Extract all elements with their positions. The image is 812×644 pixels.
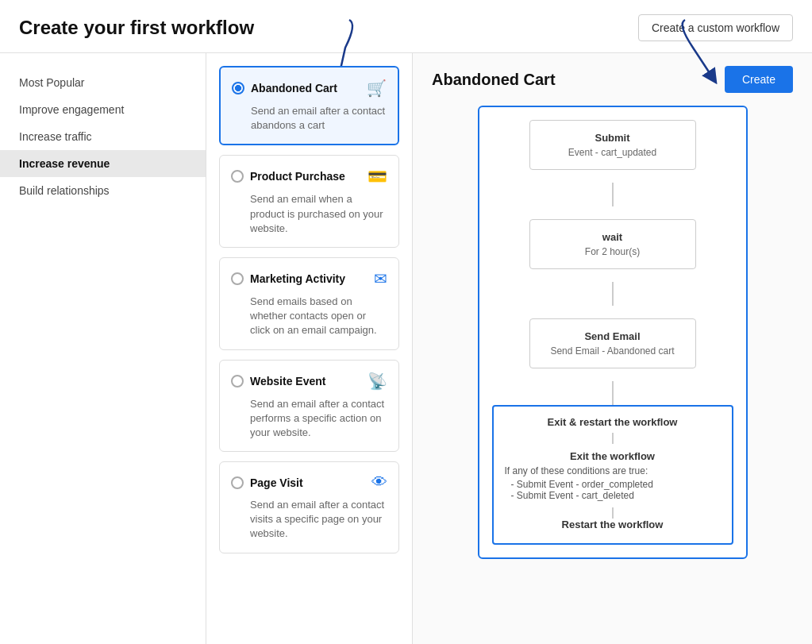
workflow-card-title-row-product-purchase: Product Purchase — [231, 170, 345, 183]
create-button[interactable]: Create — [725, 66, 793, 93]
exit-condition-1: - Submit Event - cart_deleted — [505, 490, 721, 501]
sidebar-item-increase-traffic[interactable]: Increase traffic — [0, 123, 206, 150]
workflow-card-page-visit[interactable]: Page Visit👁Send an email after a contact… — [219, 461, 399, 553]
sidebar: Most PopularImprove engagementIncrease t… — [0, 53, 206, 644]
page-header: Create your first workflow Create a cust… — [0, 0, 812, 53]
sidebar-item-most-popular[interactable]: Most Popular — [0, 69, 206, 96]
exit-workflow-title: Exit the workflow — [505, 450, 721, 462]
diagram-node-2: Send EmailSend Email - Abandoned cart — [529, 318, 696, 368]
node-title-0: Submit — [538, 132, 687, 144]
preview-title: Abandoned Cart — [432, 71, 556, 89]
workflow-diagram: SubmitEvent - cart_updatedwaitFor 2 hour… — [478, 106, 748, 559]
workflow-title-website-event: Website Event — [250, 375, 325, 388]
workflow-card-title-row-page-visit: Page Visit — [231, 476, 303, 489]
exit-conditions-label: If any of these conditions are true: — [505, 465, 721, 476]
radio-marketing-activity[interactable] — [231, 272, 244, 285]
exit-node: Exit & restart the workflow Exit the wor… — [492, 405, 733, 545]
card-icon-website-event: 📡 — [368, 372, 387, 391]
workflow-desc-website-event: Send an email after a contact performs a… — [231, 397, 387, 441]
sidebar-item-increase-revenue[interactable]: Increase revenue — [0, 150, 206, 177]
connector-1 — [612, 282, 614, 306]
radio-abandoned-cart[interactable] — [232, 82, 244, 94]
workflow-card-header-marketing-activity: Marketing Activity✉ — [231, 269, 387, 288]
workflow-card-abandoned-cart[interactable]: Abandoned Cart🛒Send an email after a con… — [219, 66, 399, 145]
preview-panel: Abandoned Cart Create SubmitEvent - cart… — [413, 53, 812, 644]
workflow-desc-page-visit: Send an email after a contact visits a s… — [231, 498, 387, 542]
workflow-card-header-website-event: Website Event📡 — [231, 372, 387, 391]
workflow-list: Abandoned Cart🛒Send an email after a con… — [206, 53, 413, 644]
workflow-title-product-purchase: Product Purchase — [250, 170, 345, 183]
node-sub-2: Send Email - Abandoned cart — [538, 345, 687, 357]
main-layout: Most PopularImprove engagementIncrease t… — [0, 53, 812, 644]
workflow-card-product-purchase[interactable]: Product Purchase💳Send an email when a pr… — [219, 155, 399, 248]
card-icon-page-visit: 👁 — [371, 473, 387, 492]
workflow-title-page-visit: Page Visit — [250, 476, 303, 489]
sidebar-item-improve-engagement[interactable]: Improve engagement — [0, 96, 206, 123]
card-icon-marketing-activity: ✉ — [374, 269, 387, 288]
workflow-desc-product-purchase: Send an email when a product is purchase… — [231, 192, 387, 236]
workflow-card-title-row-abandoned-cart: Abandoned Cart — [232, 82, 337, 94]
create-custom-workflow-button[interactable]: Create a custom workflow — [638, 14, 793, 41]
diagram-node-1: waitFor 2 hour(s) — [529, 219, 696, 269]
exit-condition-0: - Submit Event - order_completed — [505, 479, 721, 490]
radio-page-visit[interactable] — [231, 476, 244, 489]
node-sub-0: Event - cart_updated — [538, 147, 687, 158]
connector-2 — [612, 381, 614, 405]
workflow-card-header-abandoned-cart: Abandoned Cart🛒 — [232, 79, 387, 98]
connector-exit — [612, 433, 614, 444]
workflow-title-abandoned-cart: Abandoned Cart — [251, 82, 337, 94]
workflow-desc-abandoned-cart: Send an email after a contact abandons a… — [232, 104, 387, 133]
restart-workflow-label: Restart the workflow — [505, 519, 721, 530]
radio-website-event[interactable] — [231, 375, 244, 388]
workflow-card-website-event[interactable]: Website Event📡Send an email after a cont… — [219, 360, 399, 453]
card-icon-product-purchase: 💳 — [368, 167, 387, 186]
card-icon-abandoned-cart: 🛒 — [367, 79, 387, 98]
connector-restart — [612, 507, 614, 519]
workflow-card-title-row-marketing-activity: Marketing Activity — [231, 272, 345, 285]
workflow-card-header-product-purchase: Product Purchase💳 — [231, 167, 387, 186]
node-title-1: wait — [538, 231, 687, 243]
sidebar-item-build-relationships[interactable]: Build relationships — [0, 177, 206, 204]
workflow-desc-marketing-activity: Send emails based on whether contacts op… — [231, 295, 387, 338]
workflow-card-marketing-activity[interactable]: Marketing Activity✉Send emails based on … — [219, 257, 399, 350]
exit-restart-title: Exit & restart the workflow — [505, 416, 721, 428]
diagram-node-0: SubmitEvent - cart_updated — [529, 120, 696, 170]
page-title: Create your first workflow — [19, 17, 254, 39]
radio-product-purchase[interactable] — [231, 170, 244, 183]
workflow-card-header-page-visit: Page Visit👁 — [231, 473, 387, 492]
node-title-2: Send Email — [538, 330, 687, 342]
connector-0 — [612, 183, 614, 206]
workflow-card-title-row-website-event: Website Event — [231, 375, 325, 388]
node-sub-1: For 2 hour(s) — [538, 246, 687, 257]
preview-header: Abandoned Cart Create — [432, 66, 793, 93]
workflow-title-marketing-activity: Marketing Activity — [250, 272, 345, 285]
